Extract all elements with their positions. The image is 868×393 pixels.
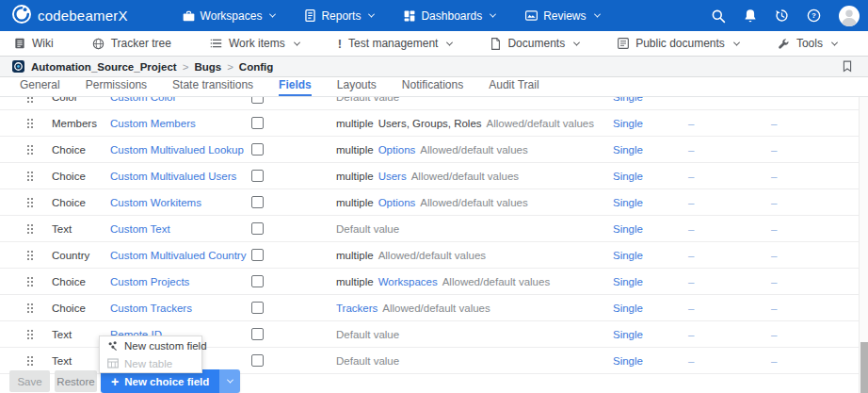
drag-handle-icon[interactable] [26, 118, 34, 128]
app-logo[interactable]: codebeamerX [12, 5, 128, 27]
user-avatar[interactable] [839, 6, 860, 26]
field-name-link[interactable]: Custom Text [110, 223, 251, 235]
single-link[interactable]: Single [613, 144, 688, 156]
dash-value: – [771, 144, 859, 156]
value-link[interactable]: Trackers [336, 303, 378, 314]
field-checkbox[interactable] [251, 249, 264, 261]
single-link[interactable]: Single [613, 97, 688, 103]
field-checkbox[interactable] [251, 170, 264, 182]
breadcrumb-item[interactable]: Automation_Source_Project [31, 61, 177, 73]
toolbar-item-wiki[interactable]: Wiki [14, 37, 54, 50]
new-field-dropdown-toggle[interactable] [219, 369, 240, 393]
drag-handle-icon[interactable] [26, 223, 34, 234]
field-checkbox[interactable] [251, 222, 264, 235]
breadcrumb: Automation_Source_Project>Bugs>Config [0, 57, 868, 77]
field-checkbox[interactable] [251, 97, 264, 104]
value-text: Default value [336, 223, 399, 235]
value-link[interactable]: Options [378, 197, 416, 208]
single-link[interactable]: Single [613, 303, 688, 314]
value-link[interactable]: Workspaces [378, 276, 438, 287]
drag-handle-icon[interactable] [26, 276, 34, 287]
tab-general[interactable]: General [20, 78, 60, 96]
tab-state-transitions[interactable]: State transitions [172, 78, 253, 96]
drag-handle-icon[interactable] [26, 144, 34, 155]
value-link[interactable]: Options [378, 144, 416, 156]
nav-item-dashboards[interactable]: Dashboards [404, 9, 495, 23]
field-checkbox[interactable] [251, 328, 264, 340]
search-button[interactable] [711, 8, 726, 24]
toolbar-item-test-management[interactable]: !Test management [338, 37, 453, 51]
field-checkbox[interactable] [251, 117, 264, 129]
notifications-button[interactable] [744, 8, 757, 23]
toolbar-item-tools[interactable]: Tools [778, 37, 837, 50]
value-link[interactable]: Users [378, 171, 407, 182]
bookmark-icon[interactable] [843, 60, 852, 74]
tab-permissions[interactable]: Permissions [86, 78, 147, 96]
menu-item-new-custom-field[interactable]: New custom field [100, 336, 201, 354]
single-link[interactable]: Single [613, 118, 688, 129]
checkbox-cell [251, 196, 336, 208]
drag-handle-icon[interactable] [26, 171, 34, 181]
value-text: Allowed/default values [487, 118, 594, 129]
chevron-down-icon [446, 39, 453, 45]
single-link[interactable]: Single [613, 250, 688, 261]
drag-handle-icon[interactable] [26, 329, 34, 339]
checkbox-cell [251, 143, 336, 156]
save-button[interactable]: Save [9, 370, 50, 392]
breadcrumb-item[interactable]: Config [239, 61, 273, 73]
help-button[interactable]: ? [807, 8, 821, 23]
toolbar-item-tracker-tree[interactable]: Tracker tree [92, 37, 171, 50]
field-name-link[interactable]: Custom Projects [110, 276, 251, 287]
dash-value: – [771, 303, 859, 314]
field-name-link[interactable]: Custom Multivalued Country [110, 250, 251, 261]
app-logo-text: codebeamerX [38, 8, 128, 24]
single-link[interactable]: Single [613, 355, 688, 367]
nav-item-reports[interactable]: Reports [305, 9, 374, 23]
single-link[interactable]: Single [613, 197, 688, 208]
toolbar-item-public-documents[interactable]: Public documents [618, 37, 739, 50]
field-checkbox[interactable] [251, 354, 264, 367]
field-name-link[interactable]: Custom Multivalued Lookup [110, 144, 251, 156]
toolbar-item-documents[interactable]: Documents [490, 37, 579, 50]
field-value: Default value [336, 97, 613, 103]
single-link[interactable]: Single [613, 276, 688, 287]
toolbar-item-work-items[interactable]: Work items [210, 37, 299, 50]
drag-handle-icon[interactable] [26, 355, 34, 366]
single-link[interactable]: Single [613, 329, 688, 340]
chevron-down-icon [294, 39, 300, 45]
drag-handle-icon[interactable] [26, 97, 34, 103]
tab-layouts[interactable]: Layouts [337, 78, 377, 96]
single-link[interactable]: Single [613, 171, 688, 182]
scrollbar-thumb[interactable] [860, 342, 868, 393]
drag-handle-icon[interactable] [26, 197, 34, 207]
history-button[interactable] [775, 8, 789, 23]
tab-notifications[interactable]: Notifications [402, 78, 463, 96]
drag-handle-icon[interactable] [26, 303, 34, 313]
breadcrumb-item[interactable]: Bugs [194, 61, 221, 73]
field-checkbox[interactable] [251, 302, 264, 314]
field-name-link[interactable]: Custom Members [110, 118, 251, 129]
single-link[interactable]: Single [613, 223, 688, 235]
field-checkbox[interactable] [251, 275, 264, 287]
field-checkbox[interactable] [251, 196, 264, 208]
field-checkbox[interactable] [251, 143, 264, 156]
checkbox-cell [251, 222, 336, 235]
nav-item-reviews[interactable]: Reviews [525, 9, 599, 23]
value-text: Allowed/default values [420, 197, 527, 208]
field-name-link[interactable]: Custom Workitems [110, 197, 251, 208]
restore-button[interactable]: Restore [55, 370, 97, 392]
vertical-scrollbar[interactable] [859, 97, 868, 393]
drag-handle-icon[interactable] [26, 250, 34, 260]
tab-fields[interactable]: Fields [279, 78, 312, 96]
field-name-link[interactable]: Custom Color [110, 97, 251, 103]
field-name-link[interactable]: Custom Trackers [110, 303, 251, 314]
tab-audit-trail[interactable]: Audit Trail [489, 78, 538, 96]
nav-item-workspaces[interactable]: Workspaces [183, 9, 276, 23]
drag-handle-cell [0, 223, 52, 234]
checkbox-cell [251, 354, 336, 367]
dash-value: – [771, 329, 859, 340]
field-name-link[interactable]: Custom Multivalued Users [110, 171, 251, 182]
workspaces-icon [183, 10, 195, 22]
drag-handle-cell [0, 144, 52, 155]
tools-icon [778, 38, 790, 50]
